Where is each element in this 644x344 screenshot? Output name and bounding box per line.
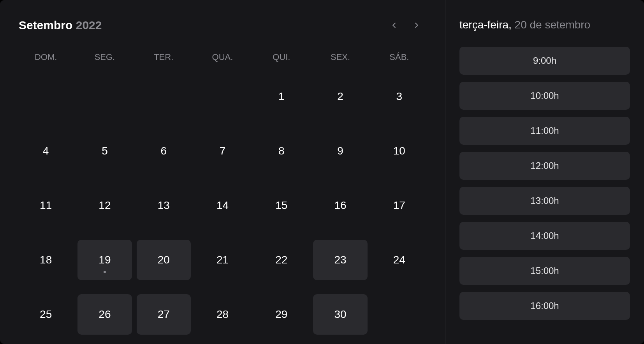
day-cell[interactable]: 17	[372, 185, 426, 226]
year: 2022	[76, 19, 102, 32]
weekday-label: QUA.	[195, 52, 250, 62]
time-slot-button[interactable]: 10:00h	[459, 82, 630, 110]
time-slot-button[interactable]: 15:00h	[459, 257, 630, 285]
day-cell[interactable]: 13	[137, 185, 191, 226]
day-number: 20	[158, 254, 170, 266]
day-number: 12	[99, 199, 111, 212]
day-cell[interactable]: 29	[254, 294, 308, 335]
selected-day-name: terça-feira,	[459, 19, 512, 31]
day-number: 13	[158, 199, 170, 212]
day-cell[interactable]: 19	[77, 240, 132, 280]
day-number: 25	[40, 308, 52, 321]
day-cell-empty	[19, 76, 73, 117]
day-cell[interactable]: 27	[137, 294, 191, 335]
day-number: 28	[216, 308, 229, 321]
calendar-panel: Setembro 2022 DOM.SEG.TER.QUA.QUI.SEX.SÁ…	[0, 0, 445, 344]
day-cell[interactable]: 26	[77, 294, 132, 335]
weekday-label: DOM.	[19, 52, 73, 62]
day-number: 30	[334, 308, 346, 321]
time-slot-button[interactable]: 12:00h	[459, 152, 630, 180]
weekday-label: TER.	[137, 52, 191, 62]
selected-date-header: terça-feira, 20 de setembro	[459, 19, 630, 31]
day-cell[interactable]: 30	[313, 294, 367, 335]
chevron-right-icon	[412, 21, 421, 30]
day-number: 10	[393, 145, 405, 157]
day-cell[interactable]: 21	[195, 240, 250, 280]
weekday-label: SEG.	[77, 52, 132, 62]
day-number: 8	[278, 145, 285, 157]
day-cell[interactable]: 20	[137, 240, 191, 280]
scheduler-container: Setembro 2022 DOM.SEG.TER.QUA.QUI.SEX.SÁ…	[0, 0, 644, 344]
day-cell[interactable]: 9	[313, 131, 367, 171]
day-number: 7	[220, 145, 226, 157]
weekday-label: SEX.	[313, 52, 367, 62]
day-cell[interactable]: 7	[195, 131, 250, 171]
day-number: 5	[102, 145, 108, 157]
day-number: 29	[275, 308, 287, 321]
day-number: 24	[393, 254, 405, 266]
day-cell[interactable]: 5	[77, 131, 132, 171]
day-number: 18	[40, 254, 52, 266]
day-cell[interactable]: 18	[19, 240, 73, 280]
selected-date-text: 20 de setembro	[512, 19, 590, 31]
day-cell[interactable]: 25	[19, 294, 73, 335]
weekday-label: QUI.	[254, 52, 308, 62]
next-month-button[interactable]	[411, 19, 422, 31]
day-number: 21	[216, 254, 229, 266]
calendar-header: Setembro 2022	[19, 19, 426, 32]
day-cell[interactable]: 14	[195, 185, 250, 226]
time-slot-list: 9:00h10:00h11:00h12:00h13:00h14:00h15:00…	[459, 47, 630, 320]
day-cell[interactable]: 24	[372, 240, 426, 280]
day-number: 19	[99, 254, 111, 266]
day-number: 16	[334, 199, 346, 212]
day-cell[interactable]: 22	[254, 240, 308, 280]
day-cell[interactable]: 12	[77, 185, 132, 226]
time-slot-button[interactable]: 13:00h	[459, 187, 630, 215]
day-cell[interactable]: 3	[372, 76, 426, 117]
day-number: 17	[393, 199, 405, 212]
day-number: 6	[160, 145, 167, 157]
day-number: 9	[337, 145, 343, 157]
day-number: 3	[396, 90, 403, 103]
day-number: 14	[216, 199, 229, 212]
day-number: 27	[158, 308, 170, 321]
weekday-label: SÁB.	[372, 52, 426, 62]
day-number: 11	[40, 199, 52, 212]
time-slot-button[interactable]: 16:00h	[459, 292, 630, 320]
day-number: 22	[275, 254, 287, 266]
day-cell[interactable]: 4	[19, 131, 73, 171]
month-name: Setembro	[19, 19, 72, 32]
today-indicator-dot	[104, 271, 106, 273]
day-number: 15	[275, 199, 287, 212]
day-number: 1	[278, 90, 285, 103]
day-cell-empty	[77, 76, 132, 117]
day-number: 23	[334, 254, 346, 266]
days-grid: 1234567891011121314151617181920212223242…	[19, 76, 426, 344]
day-cell[interactable]: 1	[254, 76, 308, 117]
day-cell[interactable]: 2	[313, 76, 367, 117]
day-cell[interactable]: 16	[313, 185, 367, 226]
weekday-row: DOM.SEG.TER.QUA.QUI.SEX.SÁB.	[19, 52, 426, 62]
time-slot-button[interactable]: 14:00h	[459, 222, 630, 250]
day-cell-empty	[137, 76, 191, 117]
nav-buttons	[388, 19, 426, 31]
day-cell[interactable]: 28	[195, 294, 250, 335]
day-number: 4	[43, 145, 49, 157]
day-cell[interactable]: 6	[137, 131, 191, 171]
time-panel: terça-feira, 20 de setembro 9:00h10:00h1…	[445, 0, 644, 344]
time-slot-button[interactable]: 9:00h	[459, 47, 630, 75]
day-cell[interactable]: 8	[254, 131, 308, 171]
day-number: 2	[337, 90, 343, 103]
time-slot-button[interactable]: 11:00h	[459, 117, 630, 145]
prev-month-button[interactable]	[388, 19, 400, 31]
chevron-left-icon	[390, 21, 398, 30]
day-number: 26	[99, 308, 111, 321]
day-cell[interactable]: 10	[372, 131, 426, 171]
day-cell-empty	[195, 76, 250, 117]
month-year-title: Setembro 2022	[19, 19, 102, 32]
day-cell[interactable]: 11	[19, 185, 73, 226]
day-cell[interactable]: 23	[313, 240, 367, 280]
day-cell[interactable]: 15	[254, 185, 308, 226]
